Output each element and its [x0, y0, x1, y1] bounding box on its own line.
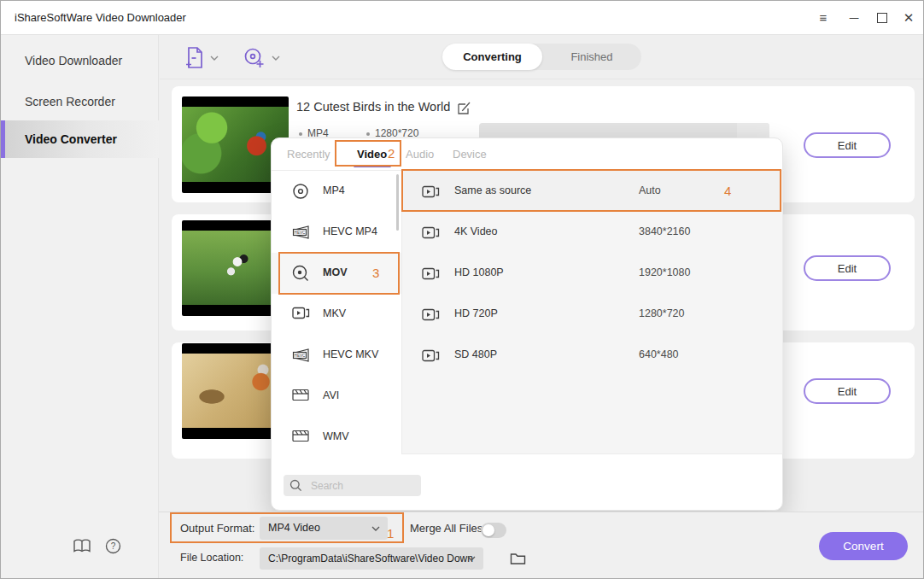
close-icon[interactable]: ✕: [899, 9, 918, 26]
file-location-label: File Location:: [180, 552, 243, 564]
app-title: iShareSoftWare Video Downloader: [15, 11, 186, 24]
format-item-hevc-mp4[interactable]: HEVC HEVC MP4: [272, 212, 401, 253]
output-format-popup: Recently Video Audio Device 2 MP4 HEVC: [271, 137, 783, 511]
format-label: WMV: [323, 430, 349, 442]
format-item-hevc-mkv[interactable]: HEVC HEVC MKV: [272, 335, 401, 376]
svg-text:HEVC: HEVC: [295, 354, 306, 358]
video-camera-icon: [422, 348, 440, 363]
search-input[interactable]: [309, 477, 415, 494]
hevc-badge-icon: HEVC: [292, 224, 313, 241]
help-icon[interactable]: ?: [105, 538, 121, 554]
add-file-chevron-icon[interactable]: [210, 56, 219, 61]
format-item-avi[interactable]: AVI: [272, 376, 401, 417]
resolution-row-720p[interactable]: HD 720P 1280*720: [401, 294, 782, 335]
svg-text:?: ?: [111, 541, 116, 551]
app-window: iShareSoftWare Video Downloader ≡ ─ ✕ Vi…: [0, 0, 924, 579]
manual-book-icon[interactable]: [73, 538, 91, 554]
annotation-box-1: [170, 512, 404, 543]
format-label: AVI: [323, 389, 339, 401]
menu-icon[interactable]: ≡: [814, 9, 833, 26]
tab-finished[interactable]: Finished: [542, 44, 641, 70]
sidebar-item-video-downloader[interactable]: Video Downloader: [1, 42, 159, 79]
chevron-down-icon: [467, 556, 476, 561]
sidebar-item-video-converter[interactable]: Video Converter: [1, 120, 159, 158]
format-list-scrollbar[interactable]: [396, 174, 399, 231]
format-label: HEVC MP4: [323, 225, 377, 237]
annotation-box-3: [278, 252, 400, 295]
resolution-name: HD 1080P: [454, 266, 504, 278]
resolution-row-480p[interactable]: SD 480P 640*480: [401, 335, 782, 376]
toggle-knob: [482, 524, 494, 536]
search-icon: [289, 479, 302, 492]
tab-converting[interactable]: Converting: [442, 44, 542, 70]
merge-all-files-toggle[interactable]: [481, 523, 506, 538]
meta-bullet: [366, 132, 370, 136]
sidebar-item-screen-recorder[interactable]: Screen Recorder: [1, 83, 159, 120]
video-camera-icon: [422, 307, 440, 322]
format-item-mp4[interactable]: MP4: [272, 171, 401, 212]
hevc-badge-icon: HEVC: [292, 347, 313, 364]
popup-tab-audio[interactable]: Audio: [406, 148, 434, 161]
resolution-row-1080p[interactable]: HD 1080P 1920*1080: [401, 253, 782, 294]
clapperboard-icon: [292, 429, 309, 442]
edit-title-pencil-icon[interactable]: [457, 101, 471, 115]
format-label: HEVC MKV: [323, 348, 378, 360]
annotation-number-1: 1: [387, 526, 394, 541]
format-label: MKV: [323, 307, 346, 319]
add-dvd-chevron-icon[interactable]: [272, 56, 280, 61]
open-folder-icon[interactable]: [510, 552, 526, 565]
popup-tab-recently[interactable]: Recently: [287, 148, 330, 161]
video-title: 12 Cutest Birds in the World: [296, 100, 450, 114]
edit-button-1[interactable]: Edit: [804, 132, 891, 158]
status-segmented-control: Converting Finished: [442, 44, 641, 70]
format-search-box[interactable]: [284, 475, 421, 496]
add-dvd-icon[interactable]: [243, 47, 266, 69]
popup-tab-device[interactable]: Device: [453, 148, 487, 161]
format-item-mkv[interactable]: MKV: [272, 294, 401, 335]
title-bar: iShareSoftWare Video Downloader ≡ ─ ✕: [1, 1, 923, 35]
file-location-value: C:\ProgramData\iShareSoftware\Video Down: [268, 553, 473, 564]
resolution-value: 1920*1080: [639, 266, 690, 278]
edit-button-2[interactable]: Edit: [804, 255, 891, 281]
resolution-name: 4K Video: [454, 225, 498, 237]
sidebar: Video Downloader Screen Recorder Video C…: [1, 35, 159, 579]
resolution-value: 640*480: [639, 348, 679, 360]
disc-icon: [292, 183, 309, 200]
format-label: MP4: [323, 184, 345, 196]
sidebar-active-accent: [1, 120, 5, 158]
resolution-row-4k[interactable]: 4K Video 3840*2160: [401, 212, 782, 253]
resolution-value: 3840*2160: [639, 225, 690, 237]
meta-bullet: [299, 132, 302, 136]
add-file-icon[interactable]: [184, 46, 205, 69]
toolbar-divider: [160, 79, 924, 79]
video-camera-icon: [292, 306, 310, 320]
minimize-icon[interactable]: ─: [845, 9, 863, 26]
merge-all-files-label: Merge All Files:: [410, 522, 486, 535]
resolution-name: SD 480P: [454, 348, 497, 360]
resolution-value: 1280*720: [639, 307, 685, 319]
format-item-wmv[interactable]: WMV: [272, 417, 401, 458]
clapperboard-icon: [292, 388, 309, 401]
edit-button-3[interactable]: Edit: [804, 378, 891, 404]
annotation-box-4: [401, 169, 781, 212]
video-camera-icon: [422, 225, 440, 240]
video-camera-icon: [422, 266, 440, 281]
svg-text:HEVC: HEVC: [295, 231, 306, 235]
file-location-dropdown[interactable]: C:\ProgramData\iShareSoftware\Video Down: [260, 547, 483, 570]
sidebar-item-label: Video Downloader: [25, 54, 122, 67]
resolution-name: HD 720P: [454, 307, 498, 319]
annotation-number-2: 2: [388, 146, 395, 161]
sidebar-item-label: Screen Recorder: [25, 95, 115, 108]
convert-button[interactable]: Convert: [819, 532, 908, 560]
sidebar-item-label: Video Converter: [25, 132, 117, 146]
maximize-icon[interactable]: [877, 13, 887, 23]
